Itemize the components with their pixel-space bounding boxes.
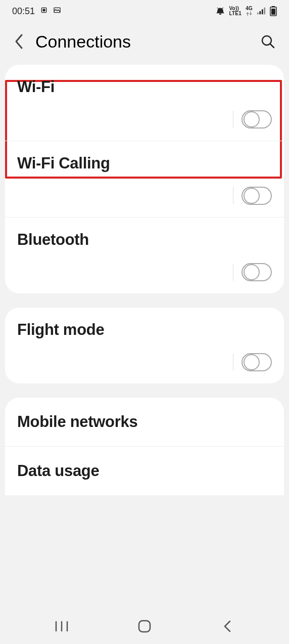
settings-card-mobile: Mobile networks Data usage [5, 398, 284, 495]
svg-rect-5 [262, 9, 263, 14]
row-wifi[interactable]: Wi-Fi [5, 65, 284, 141]
svg-rect-4 [259, 11, 261, 14]
row-wifi-calling-title: Wi-Fi Calling [17, 154, 272, 173]
home-button[interactable] [127, 619, 162, 633]
svg-rect-9 [271, 9, 275, 15]
row-flight-mode-toggle-area [17, 353, 272, 374]
row-wifi-title: Wi-Fi [17, 78, 272, 96]
search-icon [260, 34, 275, 49]
signal-icon [257, 7, 266, 15]
data-indicator: 4G [246, 6, 253, 16]
row-flight-mode-title: Flight mode [17, 321, 272, 339]
recents-icon [54, 621, 69, 632]
svg-rect-6 [264, 8, 265, 14]
data-label: 4G [246, 6, 253, 11]
status-left: 00:51 [12, 6, 61, 17]
home-icon [137, 619, 152, 633]
volte-indicator: Vo)) LTE1 [229, 6, 242, 16]
row-wifi-toggle-area [17, 110, 272, 132]
nav-back-icon [222, 620, 232, 633]
divider-line [233, 111, 234, 128]
row-bluetooth-toggle-area [17, 263, 272, 284]
system-nav-bar [0, 609, 289, 644]
svg-point-1 [43, 9, 45, 11]
svg-line-11 [270, 44, 274, 48]
settings-card-network: Wi-Fi Wi-Fi Calling Bluetooth [5, 65, 284, 293]
row-data-usage-title: Data usage [17, 462, 272, 480]
row-wifi-calling[interactable]: Wi-Fi Calling [5, 141, 284, 217]
data-arrows-icon [246, 11, 253, 16]
row-mobile-networks[interactable]: Mobile networks [5, 398, 284, 446]
wifi-calling-toggle[interactable] [242, 187, 272, 205]
status-time: 00:51 [12, 6, 35, 17]
divider-line [233, 264, 234, 281]
alarm-icon [216, 7, 225, 16]
divider-line [233, 187, 234, 204]
back-button[interactable] [10, 32, 28, 51]
status-right: Vo)) LTE1 4G [216, 6, 277, 16]
row-mobile-networks-title: Mobile networks [17, 413, 272, 431]
row-data-usage[interactable]: Data usage [5, 446, 284, 495]
page-title: Connections [35, 32, 257, 52]
picture-icon [53, 6, 61, 17]
row-bluetooth-title: Bluetooth [17, 231, 272, 249]
wifi-toggle[interactable] [242, 110, 272, 128]
recents-button[interactable] [44, 621, 79, 632]
volte-bottom: LTE1 [229, 11, 242, 16]
row-bluetooth[interactable]: Bluetooth [5, 217, 284, 293]
search-button[interactable] [257, 30, 279, 53]
svg-rect-15 [139, 621, 150, 632]
row-flight-mode[interactable]: Flight mode [5, 308, 284, 383]
page-header: Connections [0, 22, 289, 65]
nav-back-button[interactable] [210, 620, 245, 633]
bluetooth-toggle[interactable] [242, 263, 272, 281]
battery-icon [270, 6, 277, 16]
svg-rect-3 [257, 13, 259, 15]
settings-card-flight: Flight mode [5, 308, 284, 383]
flight-mode-toggle[interactable] [242, 353, 272, 371]
divider-line [233, 354, 234, 371]
status-bar: 00:51 Vo)) LTE1 4G [0, 0, 289, 22]
chevron-left-icon [14, 33, 25, 50]
row-wifi-calling-toggle-area [17, 187, 272, 208]
alarm-set-icon [40, 6, 48, 17]
